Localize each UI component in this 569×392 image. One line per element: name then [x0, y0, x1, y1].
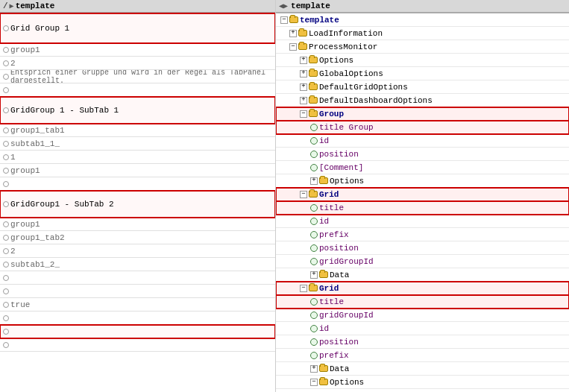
circle5: [3, 87, 9, 93]
attr-icon-id-grid1: [310, 218, 318, 225]
label-id-grid2: id: [319, 324, 329, 333]
node-id-grid1[interactable]: id: [276, 215, 569, 228]
grid-group-1-label: Grid Group 1: [10, 24, 69, 33]
attr-icon-gridgroupid-grid2: [310, 312, 318, 319]
subtab1-prefix-value: subtab1_1_: [10, 139, 60, 148]
expand-template[interactable]: −: [280, 16, 288, 24]
folder-icon-options-grid2: [319, 379, 328, 385]
node-defgridopts[interactable]: + DefaultGridOptions: [276, 80, 569, 94]
circle4: [3, 74, 9, 80]
folder-icon-data-grid2: [319, 365, 328, 372]
circle20: [3, 315, 9, 321]
pos3-left: 2: [0, 244, 276, 257]
folder-icon-grid1: [309, 191, 318, 197]
node-id-grid2[interactable]: id: [276, 322, 569, 335]
node-id-group[interactable]: id: [276, 134, 569, 148]
node-title-grid2[interactable]: title: [276, 295, 569, 309]
node-options-group[interactable]: + Options: [276, 174, 569, 188]
node-position-grid2[interactable]: position: [276, 335, 569, 349]
row-group-ref: group1: [0, 164, 275, 177]
node-comment[interactable]: [Comment]: [276, 161, 569, 174]
row-empty2: [0, 285, 275, 298]
node-options-grid2[interactable]: − Options: [276, 376, 569, 389]
attr-icon-prefix-grid1: [310, 231, 318, 238]
row-subtab1-prefix: subtab1_1_: [0, 137, 275, 151]
folder-icon-processmon: [298, 43, 307, 50]
expand-data-grid1[interactable]: +: [310, 271, 318, 279]
expand-defdashbopts[interactable]: +: [300, 97, 307, 104]
node-data-grid2[interactable]: + Data: [276, 362, 569, 376]
node-title-group[interactable]: title Group: [276, 121, 569, 134]
circle18: [3, 288, 9, 294]
row-tab2-id: group1_tab2: [0, 231, 275, 244]
label-defgridopts: DefaultGridOptions: [319, 83, 408, 92]
node-grid1[interactable]: − Grid: [276, 188, 569, 201]
node-processmon[interactable]: − ProcessMonitor: [276, 40, 569, 54]
node-loadinfo[interactable]: + LoadInformation: [276, 27, 569, 40]
node-position-group[interactable]: position: [276, 148, 569, 161]
attr-icon-prefix-grid2: [310, 352, 318, 359]
expand-group[interactable]: −: [300, 110, 307, 118]
pos2-value: 2: [10, 59, 16, 68]
node-position-grid1[interactable]: position: [276, 241, 569, 255]
node-globalopts[interactable]: + GlobalOptions: [276, 67, 569, 80]
row-pos3: 2: [0, 244, 275, 258]
node-grid2[interactable]: − Grid: [276, 282, 569, 295]
tab2-id-left: group1_tab2: [0, 231, 276, 244]
subtab1-section: GridGroup 1 - SubTab 1: [0, 97, 275, 124]
node-gridgroupid-grid1[interactable]: gridGroupId: [276, 255, 569, 268]
subtab2-label: GridGroup1 - SubTab 2: [10, 200, 114, 209]
node-prefix-grid1[interactable]: prefix: [276, 228, 569, 241]
label-title-grid1: title: [319, 203, 344, 212]
node-group[interactable]: − Group: [276, 107, 569, 121]
label-position-group: position: [319, 150, 359, 159]
circle12: [3, 201, 9, 207]
expand-options1[interactable]: +: [300, 57, 307, 64]
node-title-grid1[interactable]: title: [276, 201, 569, 215]
group1-left: Grid Group 1: [0, 13, 276, 43]
right-panel-header: ◀▶ template: [276, 0, 569, 13]
circle1: [3, 25, 9, 31]
row-group1b: group1: [0, 218, 275, 231]
expand-globalopts[interactable]: +: [300, 70, 307, 78]
circle3: [3, 60, 9, 66]
label-defdashbopts: DefaultDashboardOptions: [319, 96, 433, 105]
expand-defgridopts[interactable]: +: [300, 83, 307, 91]
group-ref-left: group1: [0, 164, 276, 177]
node-data-grid1[interactable]: + Data: [276, 268, 569, 282]
circle10: [3, 168, 9, 174]
expand-data-grid2[interactable]: +: [310, 365, 318, 373]
expand-processmon[interactable]: −: [289, 43, 297, 51]
folder-icon-grid2: [309, 285, 318, 291]
node-options1[interactable]: + Options: [276, 54, 569, 67]
node-prefix-grid2[interactable]: prefix: [276, 349, 569, 362]
group1b-left: group1: [0, 218, 276, 230]
attr-icon-position-grid1: [310, 244, 318, 252]
label-id-group: id: [319, 136, 329, 145]
label-title-grid2: title: [319, 297, 344, 306]
folder-icon-globalopts: [309, 70, 318, 77]
expand-loadinfo[interactable]: +: [289, 30, 297, 37]
group1-id-value: group1: [10, 45, 40, 54]
label-options-grid2: Options: [330, 378, 364, 387]
expand-options-grid2[interactable]: −: [310, 379, 318, 386]
node-gridgroupid-grid2[interactable]: gridGroupId: [276, 309, 569, 322]
label-position-grid2: position: [319, 338, 359, 347]
expand-grid2[interactable]: −: [300, 285, 307, 292]
folder-icon-defgridopts: [309, 83, 318, 90]
row-empty3: [0, 312, 275, 325]
subtab1-left: GridGroup 1 - SubTab 1: [0, 97, 276, 124]
group1-section: Grid Group 1: [0, 13, 275, 43]
row-group1-id: group1: [0, 43, 275, 57]
subtab2-prefix-left: subtab1_2_: [0, 258, 276, 271]
circle13: [3, 221, 9, 227]
row-pos2: 2: [0, 57, 275, 70]
pos1-left: 1: [0, 151, 276, 163]
label-loadinfo: LoadInformation: [309, 29, 383, 38]
expand-options-group[interactable]: +: [310, 177, 318, 185]
node-defdashbopts[interactable]: + DefaultDashboardOptions: [276, 94, 569, 107]
node-template[interactable]: − template: [276, 13, 569, 27]
expand-grid1[interactable]: −: [300, 191, 307, 198]
node-autorefresh[interactable]: AutoRefreshActivated : true: [276, 389, 569, 392]
attr-icon-title-grid2: [310, 298, 318, 306]
